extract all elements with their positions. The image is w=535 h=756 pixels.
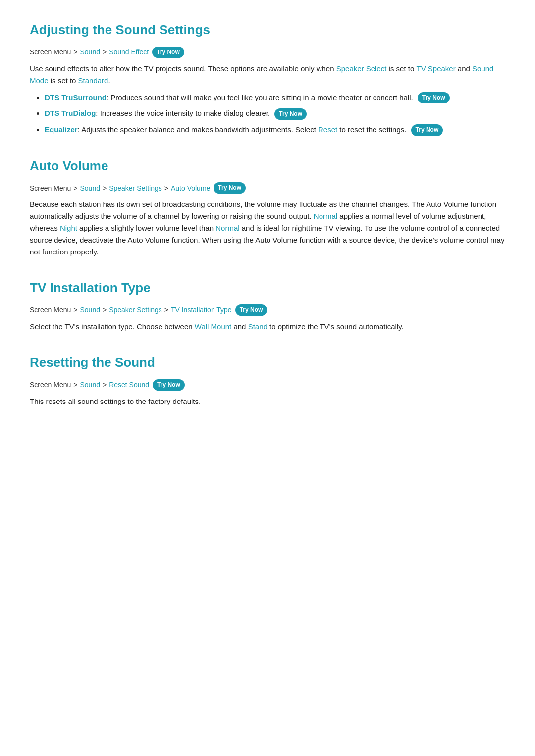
breadcrumb-sep-5: > — [164, 183, 168, 194]
try-now-badge-auto-volume[interactable]: Try Now — [214, 182, 246, 194]
try-now-badge-dts-trudialog[interactable]: Try Now — [274, 108, 307, 120]
try-now-badge-dts-trusurround[interactable]: Try Now — [418, 92, 450, 103]
try-now-badge-reset-sound[interactable]: Try Now — [153, 379, 185, 391]
breadcrumb-screen-menu: Screen Menu — [30, 47, 71, 57]
body-paragraph-auto-volume: Because each station has its own set of … — [30, 199, 505, 258]
breadcrumb-speaker-settings-1[interactable]: Speaker Settings — [109, 183, 162, 194]
body-paragraph-tv-installation: Select the TV's installation type. Choos… — [30, 321, 505, 333]
breadcrumb-resetting-sound: Screen Menu > Sound > Reset Sound Try No… — [30, 379, 505, 391]
list-item-equalizer: Equalizer: Adjusts the speaker balance a… — [45, 124, 505, 136]
breadcrumb-sound-4[interactable]: Sound — [80, 379, 100, 390]
breadcrumb-sep-1: > — [73, 47, 77, 57]
breadcrumb-sound-3[interactable]: Sound — [80, 304, 100, 315]
breadcrumb-screen-menu-2: Screen Menu — [30, 183, 71, 194]
section-title-auto-volume: Auto Volume — [30, 156, 505, 177]
highlight-standard: Standard — [78, 76, 108, 85]
highlight-tv-speaker: TV Speaker — [416, 64, 455, 73]
section-auto-volume: Auto Volume Screen Menu > Sound > Speake… — [30, 156, 505, 258]
section-adjusting-sound: Adjusting the Sound Settings Screen Menu… — [30, 20, 505, 136]
section-title-tv-installation: TV Installation Type — [30, 278, 505, 299]
breadcrumb-sound-effect[interactable]: Sound Effect — [109, 47, 149, 57]
breadcrumb-sep-10: > — [103, 379, 107, 390]
list-item-dts-trudialog: DTS TruDialog: Increases the voice inten… — [45, 107, 505, 120]
highlight-normal-2: Normal — [215, 224, 239, 232]
section-title-adjusting-sound: Adjusting the Sound Settings — [30, 20, 505, 41]
highlight-wall-mount: Wall Mount — [195, 322, 231, 331]
try-now-badge-sound-effect[interactable]: Try Now — [152, 47, 184, 58]
intro-paragraph-adjusting-sound: Use sound effects to alter how the TV pr… — [30, 63, 505, 87]
highlight-reset: Reset — [318, 125, 337, 134]
try-now-badge-tv-installation[interactable]: Try Now — [235, 304, 268, 316]
breadcrumb-auto-volume: Screen Menu > Sound > Speaker Settings >… — [30, 182, 505, 194]
breadcrumb-auto-volume[interactable]: Auto Volume — [171, 183, 210, 194]
breadcrumb-speaker-settings-2[interactable]: Speaker Settings — [109, 304, 162, 315]
term-dts-trudialog: DTS TruDialog — [45, 109, 96, 117]
highlight-stand: Stand — [248, 322, 268, 331]
breadcrumb-sound-2[interactable]: Sound — [80, 183, 100, 194]
breadcrumb-sep-6: > — [73, 304, 77, 315]
breadcrumb-sep-8: > — [164, 304, 168, 315]
breadcrumb-tv-installation-type[interactable]: TV Installation Type — [171, 304, 232, 315]
breadcrumb-screen-menu-4: Screen Menu — [30, 379, 71, 390]
breadcrumb-sep-3: > — [73, 183, 77, 194]
term-equalizer: Equalizer — [45, 125, 78, 134]
features-list-adjusting-sound: DTS TruSurround: Produces sound that wil… — [45, 92, 505, 136]
breadcrumb-sep-4: > — [103, 183, 107, 194]
breadcrumb-reset-sound[interactable]: Reset Sound — [109, 379, 149, 390]
breadcrumb-screen-menu-3: Screen Menu — [30, 304, 71, 315]
body-paragraph-resetting-sound: This resets all sound settings to the fa… — [30, 396, 505, 407]
section-resetting-sound: Resetting the Sound Screen Menu > Sound … — [30, 353, 505, 407]
breadcrumb-sep-9: > — [73, 379, 77, 390]
highlight-speaker-select: Speaker Select — [336, 64, 387, 73]
section-tv-installation: TV Installation Type Screen Menu > Sound… — [30, 278, 505, 333]
section-title-resetting-sound: Resetting the Sound — [30, 353, 505, 373]
breadcrumb-sep-7: > — [103, 304, 107, 315]
term-dts-trusurround: DTS TruSurround — [45, 93, 107, 101]
try-now-badge-equalizer[interactable]: Try Now — [411, 124, 443, 136]
breadcrumb-sound-1[interactable]: Sound — [80, 47, 100, 57]
breadcrumb-sep-2: > — [103, 47, 107, 57]
breadcrumb-adjusting-sound: Screen Menu > Sound > Sound Effect Try N… — [30, 47, 505, 58]
highlight-night: Night — [60, 224, 77, 232]
highlight-normal-1: Normal — [314, 212, 337, 220]
breadcrumb-tv-installation: Screen Menu > Sound > Speaker Settings >… — [30, 304, 505, 316]
list-item-dts-trusurround: DTS TruSurround: Produces sound that wil… — [45, 92, 505, 104]
